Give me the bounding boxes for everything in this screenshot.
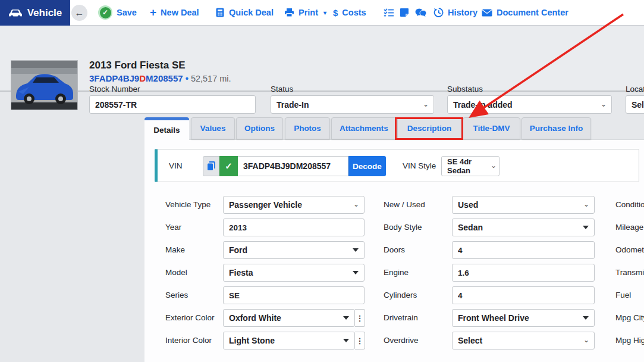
series-label: Series [165,291,188,299]
copy-icon [207,161,215,171]
dropdown-arrow-icon [353,248,359,252]
chevron-down-icon: ⌄ [423,99,429,108]
new-used-label: New / Used [384,200,425,209]
vin-card: VIN ✓ 3FADP4BJ9DM208557 Decode VIN Style… [155,149,639,182]
printer-icon [284,8,294,17]
car-icon [8,8,23,18]
overdrive-select[interactable]: Select⌄ [452,332,595,349]
toolbar-icon-group [384,0,427,25]
tab-details[interactable]: Details [144,117,189,140]
tab-photos[interactable]: Photos [285,117,330,139]
cylinders-label: Cylinders [384,291,417,299]
new-deal-button[interactable]: + New Deal [150,0,199,25]
save-check-icon: ✓ [98,5,112,20]
vehicle-type-label: Vehicle Type [165,200,211,209]
tab-purchase-info[interactable]: Purchase Info [522,117,591,139]
tab-values[interactable]: Values [191,117,235,139]
chevron-down-icon: ⌄ [491,161,497,170]
engine-input[interactable] [452,264,595,282]
top-toolbar: Vehicle ← ✓ Save + New Deal Quick Deal P… [0,0,644,26]
vin-input[interactable]: 3FADP4BJ9DM208557 [238,156,348,176]
vehicle-vin-line: 3FADP4BJ9DM208557•52,517 mi. [89,73,231,83]
status-select[interactable]: Trade-In ⌄ [271,95,434,114]
make-select[interactable]: Ford [223,241,365,259]
vin-prefix[interactable]: 3FADP4BJ9 [89,73,139,83]
dropdown-arrow-icon [343,316,349,320]
location-select[interactable]: Select [626,95,644,114]
app-title: Vehicle [27,7,62,19]
copy-vin-button[interactable] [203,156,219,176]
dropdown-arrow-icon [353,271,359,274]
vehicle-header: 2013 Ford Fiesta SE 3FADP4BJ9DM208557•52… [0,26,644,92]
print-button[interactable]: Print ▾ [284,0,326,25]
substatus-label: Substatus [447,85,483,93]
document-center-button[interactable]: Document Center [482,0,568,25]
year-label: Year [165,223,181,232]
stock-number-label: Stock Number [89,85,140,93]
app-badge-vehicle: Vehicle [0,0,70,26]
vin-suffix: M208557 [146,73,183,83]
body-style-label: Body Style [384,223,422,232]
exterior-color-menu-button[interactable]: ⋮ [355,309,365,327]
new-used-select[interactable]: Used⌄ [452,196,595,214]
tab-description[interactable]: Description [397,117,461,139]
interior-color-select[interactable]: Light Stone [223,332,355,349]
drivetrain-select[interactable]: Front Wheel Drive [452,309,595,327]
vehicle-type-select[interactable]: Passenger Vehicle⌄ [223,196,365,214]
vin-style-select[interactable]: SE 4dr Sedan ⌄ [441,156,500,176]
checklist-icon[interactable] [384,8,394,17]
chevron-down-icon: ⌄ [583,200,589,208]
mpg-city-label: Mpg City [615,313,644,322]
dollar-icon: $ [333,8,338,18]
model-label: Model [165,268,187,277]
tab-options[interactable]: Options [236,117,283,139]
exterior-color-select[interactable]: Oxford White [223,309,355,327]
envelope-icon [482,9,492,17]
model-select[interactable]: Fiesta [223,264,365,282]
vehicle-photo[interactable] [11,60,78,110]
doors-label: Doors [384,245,405,254]
vin-check-digit: D [139,73,146,83]
chat-icon[interactable] [415,8,427,17]
kebab-icon: ⋮ [356,314,364,323]
body-style-select[interactable]: Sedan [452,219,595,236]
location-label: Location [626,85,644,93]
transmission-label: Transmission [615,268,644,277]
check-icon: ✓ [225,161,233,171]
decode-button[interactable]: Decode [348,156,386,176]
vehicle-details-screen: Vehicle ← ✓ Save + New Deal Quick Deal P… [0,0,644,362]
interior-color-label: Interior Color [165,336,212,345]
tab-attachments[interactable]: Attachments [331,117,397,139]
mileage-label: Mileage [615,223,643,232]
note-icon[interactable] [400,8,409,17]
chevron-down-icon: ⌄ [601,99,607,108]
overdrive-label: Overdrive [384,336,419,345]
mpg-highway-label: Mpg Highway [615,336,644,345]
mileage-text: 52,517 mi. [191,74,231,83]
calculator-icon [215,8,225,17]
vin-style-label: VIN Style [403,161,436,170]
series-input[interactable] [223,286,365,304]
kebab-icon: ⋮ [356,336,364,345]
substatus-select[interactable]: Trade-In added ⌄ [447,95,612,114]
vin-valid-button[interactable]: ✓ [219,156,238,176]
separator-dot: • [186,73,189,83]
tab-title-dmv[interactable]: Title-DMV [463,117,520,139]
back-button[interactable]: ← [71,5,87,21]
save-button[interactable]: ✓ Save [98,0,137,25]
cylinders-input[interactable] [452,286,595,304]
fuel-label: Fuel [615,291,631,299]
odometer-label: Odometer [615,245,644,254]
status-label: Status [271,85,293,93]
history-button[interactable]: History [433,0,477,25]
vin-input-group: ✓ 3FADP4BJ9DM208557 Decode [203,156,386,176]
history-clock-icon [433,8,444,17]
costs-button[interactable]: $ Costs [333,0,366,25]
quick-deal-button[interactable]: Quick Deal [215,0,274,25]
stock-number-input[interactable]: 208557-TR [89,95,256,114]
doors-input[interactable] [452,241,595,259]
year-input[interactable] [223,219,365,236]
chevron-down-icon: ⌄ [353,200,359,208]
dropdown-arrow-icon [583,316,589,320]
interior-color-menu-button[interactable]: ⋮ [355,332,365,349]
